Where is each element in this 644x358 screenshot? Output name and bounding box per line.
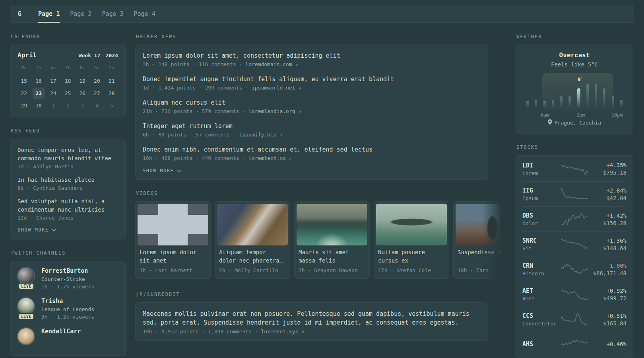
video-card[interactable]: Lorem ipsum dolor sit amet consectetu… 1… [135, 201, 211, 279]
weekday-label: We [46, 62, 60, 74]
stock-symbol[interactable]: IIG [522, 187, 561, 194]
weather-location: Prague, Czechia [524, 119, 625, 126]
channel-name[interactable]: KendallCarr [41, 327, 81, 335]
calendar-day: 17 [46, 75, 60, 87]
stock-symbol[interactable]: DBS [522, 212, 561, 219]
stock-symbol[interactable]: AHS [522, 340, 561, 348]
channel-category[interactable]: League of Legends [41, 306, 94, 312]
twitch-channel-row[interactable]: LIVE Trisha League of Legends 3h · 1.2k … [17, 297, 119, 320]
video-thumbnail[interactable] [456, 204, 504, 245]
video-title[interactable]: Aliquam tempor dolor nec pharetra… [219, 248, 286, 265]
stock-row[interactable]: LDI Lorem +4.35% $795.18 [522, 156, 627, 181]
stock-symbol[interactable]: CRN [522, 262, 561, 269]
stock-symbol[interactable]: SNRC [522, 237, 561, 244]
avatar-wrap [17, 327, 36, 349]
tab-page-2[interactable]: Page 2 [65, 5, 97, 22]
subreddit-widget: Maecenas mollis pulvinar erat non posuer… [135, 302, 488, 341]
reddit-domain-link[interactable]: loremnet.xyz [261, 329, 298, 335]
hn-meta-text: 6h · 60 points · 57 comments · [143, 132, 236, 138]
video-card[interactable]: Nullam posuere cursus ex 17h · Stefan Co… [374, 201, 449, 279]
hn-item-meta: 6h · 60 points · 57 comments · ipsumify.… [143, 132, 481, 138]
rss-item: Sed volutpat nulla nisl, a condimentum n… [17, 197, 118, 221]
calendar-day: 15 [17, 75, 31, 87]
stock-row[interactable]: DBS Dolor +1.42% $156.28 [522, 206, 627, 232]
rss-show-more-button[interactable]: SHOW MORE [17, 227, 56, 233]
stock-row[interactable]: IIG Ipsum +2.84% $42.04 [522, 181, 627, 206]
avatar [17, 327, 35, 345]
video-thumbnail[interactable] [297, 204, 367, 245]
stock-row[interactable]: CCS Consectetur +0.51% $165.84 [522, 307, 627, 332]
calendar-day: 24 [46, 88, 60, 99]
channel-name[interactable]: ForrestBurton [41, 267, 94, 274]
stocks-section-label: STOCKS [516, 144, 633, 150]
video-card[interactable]: Mauris sit amet massa felis 7h · Grayson… [294, 201, 370, 279]
navbar: G Page 1 Page 2 Page 3 Page 4 [10, 5, 634, 23]
hn-item-title[interactable]: Integer eget rutrum lorem [143, 122, 481, 130]
hn-item-title[interactable]: Donec enim nibh, condimentum et accumsan… [143, 146, 481, 154]
hn-domain-link[interactable]: loremlandia.org [248, 108, 295, 114]
hn-domain-link[interactable]: ipsumworld.net [252, 85, 295, 91]
stock-change: +1.42% [603, 212, 627, 219]
stock-row[interactable]: CRN Bitcorn -1.00% $66,171.48 [522, 257, 627, 282]
stock-values: +0.46% [606, 341, 627, 348]
weather-widget: Overcast Feels like 5°C [516, 45, 633, 134]
stock-symbol[interactable]: AET [522, 287, 561, 294]
calendar-day: 19 [75, 75, 90, 87]
hn-show-more-button[interactable]: SHOW MORE [143, 168, 181, 173]
tab-page-3[interactable]: Page 3 [97, 5, 128, 22]
stock-row[interactable]: SNRC Sit +1.36% $148.64 [522, 232, 627, 257]
hn-domain-link[interactable]: ipsumify.biz [239, 132, 277, 138]
stock-price: $156.28 [603, 220, 627, 226]
avatar [17, 297, 35, 315]
stock-symbol[interactable]: LDI [522, 162, 561, 169]
hn-item: Aliquam nec cursus elit 21h · 710 points… [143, 99, 481, 115]
twitch-channel-row[interactable]: LIVE ForrestBurton Counter-Strike 1h · 1… [17, 267, 119, 290]
videos-section: VIDEOS Lorem ipsum dolor sit amet consec… [135, 191, 488, 279]
channel-category[interactable]: Counter-Strike [41, 276, 94, 282]
video-title[interactable]: Mauris sit amet massa felis [299, 248, 365, 265]
page-content: CALENDAR April Week 17·2024 Mo Tu We Th … [0, 23, 644, 358]
calendar-section: CALENDAR April Week 17·2024 Mo Tu We Th … [10, 34, 126, 117]
rss-item-meta: 12d · Chance Jones [17, 215, 118, 221]
video-thumbnail[interactable] [376, 204, 447, 245]
tab-page-1[interactable]: Page 1 [33, 5, 65, 22]
hn-meta-text: 1d · 1,414 points · 299 comments · [143, 85, 248, 91]
video-card[interactable]: Aliquam tempor dolor nec pharetra… 1h · … [215, 201, 290, 279]
stock-symbol[interactable]: CCS [522, 312, 561, 319]
stock-change: +4.35% [603, 162, 627, 168]
hn-domain-link[interactable]: loremtech.co [248, 155, 286, 161]
calendar-section-label: CALENDAR [11, 34, 126, 39]
hn-item-title[interactable]: Lorem ipsum dolor sit amet, consectetur … [143, 52, 481, 60]
app-logo: G [10, 5, 29, 22]
rss-item-title[interactable]: Sed volutpat nulla nisl, a condimentum n… [17, 197, 118, 214]
channel-meta: 3h · 1.2k viewers [41, 314, 94, 320]
video-title[interactable]: Lorem ipsum dolor sit amet consectetu… [140, 248, 206, 265]
hn-item-title[interactable]: Donec imperdiet augue tincidunt felis al… [143, 75, 481, 83]
reddit-post-title[interactable]: Maecenas mollis pulvinar erat non posuer… [143, 309, 481, 327]
video-card[interactable]: Suspendisse diam 18h · Tara [453, 201, 504, 279]
stock-name: Ipsum [522, 195, 561, 201]
weather-bar [568, 96, 571, 108]
tab-page-4[interactable]: Page 4 [129, 5, 161, 22]
calendar-widget: April Week 17·2024 Mo Tu We Th Fr Sa Su … [10, 45, 126, 117]
hn-item-title[interactable]: Aliquam nec cursus elit [143, 99, 481, 107]
rss-item-title[interactable]: In hac habitasse platea [17, 176, 118, 184]
video-thumbnail[interactable] [138, 204, 208, 245]
video-title[interactable]: Nullam posuere cursus ex [378, 248, 445, 265]
hour-label: 2pm [576, 112, 585, 118]
weekday-label: Sa [90, 62, 105, 74]
rss-item-title[interactable]: Donec tempor eros leo, ut commodo mauris… [17, 146, 118, 163]
stock-row[interactable]: AHS +0.46% [522, 332, 627, 357]
stock-id: LDI Lorem [522, 162, 561, 176]
reddit-post-meta: 19h · 9,932 points · 1,090 comments · lo… [143, 329, 481, 335]
hn-domain-link[interactable]: loremdomain.com [245, 61, 292, 67]
twitch-channel-row[interactable]: KendallCarr [17, 327, 119, 349]
rss-item: Donec tempor eros leo, ut commodo mauris… [17, 146, 118, 169]
channel-name[interactable]: Trisha [41, 297, 94, 305]
stock-row[interactable]: AET Amet +0.92% $499.72 [522, 282, 627, 307]
video-thumbnail[interactable] [217, 204, 288, 245]
degree-symbol: ° [581, 76, 583, 80]
video-title[interactable]: Suspendisse diam [458, 248, 504, 265]
weekday-label: Th [60, 62, 75, 74]
stock-name: Dolor [522, 220, 561, 226]
